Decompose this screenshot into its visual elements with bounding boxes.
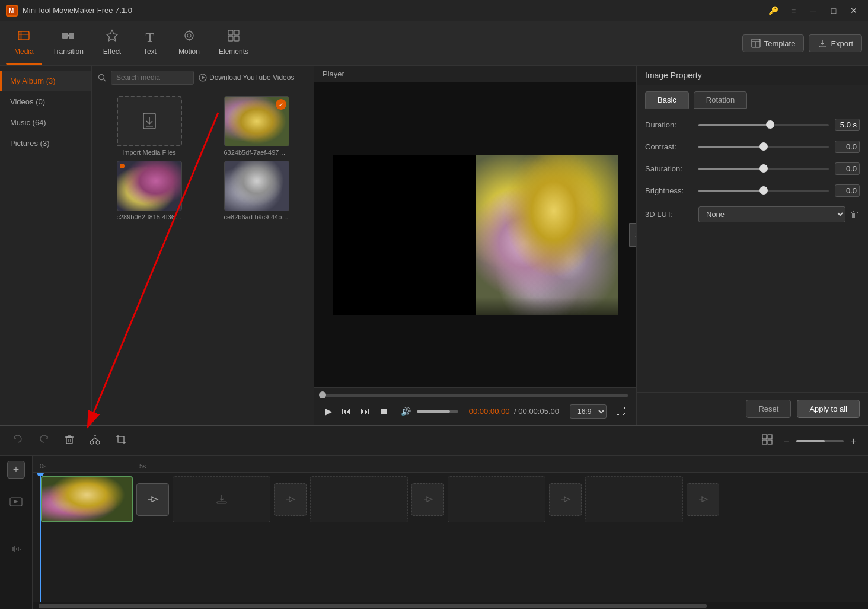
zoom-slider[interactable] [796, 440, 844, 442]
video-black-area [333, 155, 476, 315]
svg-point-9 [185, 31, 193, 40]
player-header: Player [314, 66, 636, 82]
contrast-row: Contrast: 0.0 [645, 141, 860, 153]
right-panel-header: Image Property [637, 66, 868, 85]
search-bar: Download YouTube Videos [92, 66, 314, 90]
empty-slot-3[interactable] [448, 476, 545, 522]
check-badge-1: ✓ [276, 99, 286, 110]
fullscreen-button[interactable]: ⛶ [614, 404, 628, 419]
svg-rect-6 [69, 33, 74, 39]
template-label: Template [764, 39, 796, 48]
tab-rotation[interactable]: Rotation [694, 91, 747, 109]
apply-all-button[interactable]: Apply to all [797, 400, 860, 418]
zoom-fill [796, 440, 825, 442]
crop-button[interactable] [111, 431, 130, 451]
brightness-slider[interactable] [698, 190, 829, 192]
toolbar-media[interactable]: Media [6, 21, 42, 65]
svg-point-10 [187, 34, 191, 37]
skip-forward-button[interactable]: ⏭ [358, 404, 372, 419]
sidebar: My Album (3) Videos (0) Music (64) Pictu… [0, 66, 92, 425]
panel-toggle-button[interactable]: › [629, 223, 636, 247]
zoom-out-button[interactable]: − [780, 433, 792, 449]
right-panel-body: Duration: 5.0 s Contrast: [637, 109, 868, 392]
redo-button[interactable] [34, 431, 53, 451]
media-thumb-3 [224, 161, 289, 211]
sidebar-item-my-album[interactable]: My Album (3) [0, 71, 91, 91]
search-input[interactable] [111, 71, 194, 85]
titlebar-left: M MiniTool MovieMaker Free 7.1.0 [6, 5, 132, 17]
right-panel: Image Property Basic Rotation Duration: [637, 66, 868, 425]
tab-basic[interactable]: Basic [645, 91, 689, 109]
volume-button[interactable]: 🔊 [398, 404, 413, 419]
template-button[interactable]: Template [742, 34, 805, 52]
import-media-item[interactable]: Import Media Files [98, 96, 200, 156]
export-button[interactable]: Export [809, 34, 862, 52]
transition-slot-2[interactable] [274, 483, 307, 516]
red-dot-2 [120, 164, 125, 168]
saturation-slider[interactable] [698, 168, 829, 170]
empty-slot-1[interactable] [173, 476, 270, 522]
player-video [333, 155, 618, 315]
zoom-in-button[interactable]: + [847, 433, 860, 449]
center-panel: Player › [314, 66, 637, 425]
zoom-grid-button[interactable] [758, 432, 776, 450]
play-button[interactable]: ▶ [323, 403, 334, 419]
tl-main: 0s 5s [33, 456, 868, 609]
tl-zoom-controls: − + [758, 432, 860, 450]
duration-value: 5.0 s [835, 119, 860, 131]
transition-slot-1[interactable] [136, 483, 169, 516]
toolbar-motion[interactable]: Motion [170, 21, 208, 65]
tl-left-panel: + [0, 456, 33, 609]
delete-clip-button[interactable] [60, 432, 78, 450]
close-button[interactable]: ✕ [845, 2, 862, 19]
brightness-thumb [760, 186, 768, 195]
empty-slot-4[interactable] [585, 476, 683, 522]
volume-fill [417, 410, 450, 413]
restore-button[interactable]: □ [825, 2, 842, 19]
svg-rect-48 [217, 502, 226, 503]
toolbar-elements[interactable]: Elements [210, 21, 257, 65]
download-youtube-button[interactable]: Download YouTube Videos [199, 74, 294, 82]
lut-delete-button[interactable]: 🗑 [850, 209, 860, 220]
svg-rect-17 [752, 39, 760, 47]
time-total: / 00:00:05.00 [514, 407, 559, 416]
progress-bar[interactable] [323, 394, 628, 397]
svg-marker-23 [202, 76, 205, 79]
export-label: Export [831, 39, 853, 48]
video-clip-1[interactable] [41, 476, 133, 522]
media-item-3[interactable]: ce82b6ad-b9c9-44b3-... [205, 161, 308, 221]
transition-slot-4[interactable] [549, 483, 582, 516]
minimize-button[interactable]: ─ [805, 2, 822, 19]
transition-slot-3[interactable] [411, 483, 444, 516]
sidebar-item-music[interactable]: Music (64) [0, 112, 91, 133]
reset-button[interactable]: Reset [746, 400, 791, 418]
saturation-row: Saturation: 0.0 [645, 162, 860, 175]
tl-scroll-thumb[interactable] [39, 604, 707, 608]
tl-scrollbar[interactable] [33, 602, 868, 609]
empty-slot-2[interactable] [310, 476, 408, 522]
menu-button[interactable]: ≡ [785, 2, 802, 19]
volume-slider[interactable] [417, 410, 458, 413]
svg-rect-43 [768, 435, 772, 439]
duration-slider[interactable] [698, 124, 829, 126]
stop-button[interactable]: ⏹ [377, 404, 391, 419]
svg-rect-13 [228, 30, 233, 35]
settings-button[interactable]: 🔑 [765, 2, 781, 19]
add-track-button[interactable]: + [7, 461, 25, 479]
aspect-ratio-select[interactable]: 16:9 9:16 4:3 1:1 [570, 404, 607, 419]
media-item-1[interactable]: ✓ 6324b5df-7aef-4975-b... [205, 96, 308, 156]
media-item-2[interactable]: c289b062-f815-4f36-8... [98, 161, 200, 221]
svg-rect-14 [234, 30, 239, 35]
sidebar-item-pictures[interactable]: Pictures (3) [0, 133, 91, 154]
toolbar-text[interactable]: T Text [132, 21, 168, 65]
undo-button[interactable] [8, 431, 27, 451]
toolbar-effect[interactable]: Effect [94, 21, 130, 65]
tl-playhead [40, 473, 41, 602]
toolbar-transition[interactable]: Transition [44, 21, 92, 65]
cut-button[interactable] [85, 431, 104, 451]
lut-select[interactable]: None [698, 206, 845, 222]
skip-back-button[interactable]: ⏮ [339, 404, 353, 419]
transition-slot-5[interactable] [687, 483, 719, 516]
sidebar-item-videos[interactable]: Videos (0) [0, 91, 91, 112]
contrast-slider[interactable] [698, 146, 829, 148]
